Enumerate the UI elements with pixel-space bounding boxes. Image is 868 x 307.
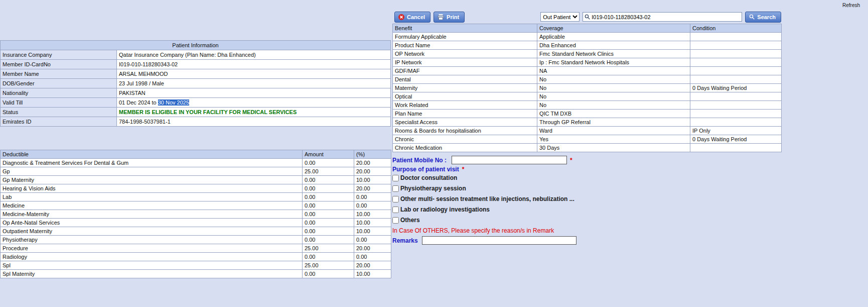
mobile-label: Patient Mobile No : [392,157,447,164]
deductible-amount: 0.00 [303,227,354,236]
field-value: PAKISTAN [117,88,391,98]
deductible-amount: 25.00 [303,244,354,253]
deductible-name: Gp [1,167,303,176]
remarks-input[interactable] [422,236,576,245]
purpose-checkbox[interactable] [392,185,399,192]
benefit-coverage: 30 Days [537,144,690,152]
benefit-condition [690,110,782,118]
deductible-percent: 0.00 [354,236,391,244]
deductible-amount: 25.00 [303,167,354,176]
table-row: Radiology 0.00 0.00 [1,253,391,261]
benefit-condition [690,75,782,84]
benefit-name: Product Name [393,41,537,50]
deductible-name: Spl Maternity [1,270,303,278]
patient-info-panel: Patient Information Insurance Company Qa… [0,40,391,127]
required-asterisk: * [570,157,572,164]
deductible-name: Outpatient Maternity [1,227,303,236]
deductible-amount: 0.00 [303,253,354,261]
field-value: I019-010-118280343-02 [117,60,391,69]
deductible-percent: 0.00 [354,193,391,201]
deductible-amount: 0.00 [303,210,354,219]
mobile-row: Patient Mobile No : * [392,156,781,164]
purpose-checkbox-label: Other multi- session treatment like inje… [400,195,574,202]
search-button-icon [749,14,755,20]
purpose-checkbox-label: Lab or radiology investigations [400,206,490,213]
purpose-checkbox[interactable] [392,217,399,224]
table-row: Chronic Medication 30 Days [393,144,782,152]
table-row: Outpatient Maternity 0.00 10.00 [1,227,391,236]
field-label: Status [1,108,117,117]
deductible-percent: 20.00 [354,159,391,167]
refresh-link[interactable]: Refresh [842,3,860,8]
table-row: Status MEMBER IS ELIGIBLE IN YOUR FACILI… [1,108,391,117]
cancel-button[interactable]: Cancel [394,12,430,23]
table-row: Spl Maternity 0.00 10.00 [1,270,391,278]
others-note: In Case Of OTHERS, Please specify the re… [392,227,781,234]
field-label: Member ID-CardNo [1,60,117,69]
benefit-coverage: QIC TM DXB [537,110,690,118]
benefit-condition [690,101,782,110]
field-label: Insurance Company [1,50,117,60]
table-row: Insurance Company Qatar Insurance Compan… [1,50,391,60]
required-asterisk: * [462,166,465,173]
benefit-coverage: No [537,92,690,101]
patient-info-title: Patient Information [1,41,391,50]
print-button-label: Print [447,14,459,20]
field-value: Qatar Insurance Company (Plan Name: Dha … [117,50,391,60]
purpose-checkbox[interactable] [392,196,399,202]
benefit-name: Specialist Access [393,118,537,127]
field-label: Valid Till [1,98,117,108]
table-header-row: Deductible Amount (%) [1,150,391,159]
benefit-name: IP Network [393,58,537,67]
field-label: Emirates ID [1,117,117,127]
remarks-label: Remarks [392,237,418,244]
patient-type-select[interactable]: Out Patient [540,12,580,22]
deductible-percent: 10.00 [354,219,391,227]
field-value: 784-1998-5037981-1 [117,117,391,127]
table-row: Hearing & Vision Aids 0.00 20.00 [1,184,391,193]
purpose-checkbox-list: Doctor consultation Physiotherapy sessio… [392,174,781,224]
purpose-checkbox[interactable] [392,207,399,213]
purpose-checkbox-label: Others [400,217,420,224]
benefit-coverage: Ip : Fmc Standard Network Hospitals [537,58,690,67]
benefit-name: Formulary Applicable [393,33,537,41]
deductible-name: Physiotherapy [1,236,303,244]
deductible-name: Radiology [1,253,303,261]
deductible-name: Diagnostic & Treatment Services For Dent… [1,159,303,167]
table-row: OP Network Fmc Standard Network Clinics [393,50,782,58]
benefit-coverage: NA [537,67,690,75]
search-button[interactable]: Search [745,12,781,23]
member-search-input[interactable] [592,13,740,21]
benefit-coverage: Fmc Standard Network Clinics [537,50,690,58]
benefit-condition [690,144,782,152]
benefit-name: Work Related [393,101,537,110]
table-row: Member ID-CardNo I019-010-118280343-02 [1,60,391,69]
benefit-condition [690,67,782,75]
field-value: 01 Dec 2024 to 30 Nov 2025 [117,98,391,108]
table-row: Lab 0.00 0.00 [1,193,391,201]
deductible-amount: 0.00 [303,201,354,210]
deductible-percent: 10.00 [354,210,391,219]
deductible-amount: 0.00 [303,193,354,201]
table-row: Physiotherapy 0.00 0.00 [1,236,391,244]
toolbar: Cancel Print Out Patient Search [394,11,781,23]
patient-mobile-input[interactable] [452,156,567,164]
purpose-row: Purpose of patient visit * [392,166,781,173]
table-row: Medicine-Maternity 0.00 10.00 [1,210,391,219]
deductible-name: Lab [1,193,303,201]
benefit-name: Rooms & Boards for hospitalisation [393,127,537,135]
deductible-amount: 0.00 [303,270,354,278]
cancel-icon [398,14,404,20]
print-button[interactable]: Print [433,12,465,23]
deductible-name: Medicine [1,201,303,210]
table-row: Plan Name QIC TM DXB [393,110,782,118]
table-header-row: Benefit Coverage Condition [393,24,782,33]
table-row: Chronic Yes 0 Days Waiting Period [393,135,782,144]
deductible-amount: 0.00 [303,236,354,244]
purpose-checkbox[interactable] [392,175,399,181]
table-row: Specialist Access Through GP Referral [393,118,782,127]
table-row: Valid Till 01 Dec 2024 to 30 Nov 2025 [1,98,391,108]
benefit-name: Plan Name [393,110,537,118]
benefit-coverage: Applicable [537,33,690,41]
benefit-condition [690,41,782,50]
